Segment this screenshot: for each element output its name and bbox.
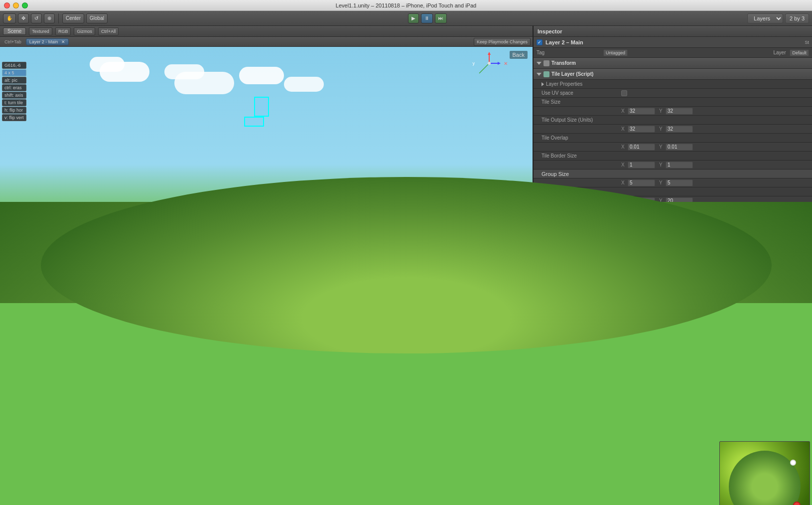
script-header[interactable]: Tile Layer (Script) — [534, 69, 812, 80]
inspector-content[interactable]: ✓ Layer 2 – Main St Tag Untagged Layer D… — [534, 37, 812, 505]
h-flip-tool[interactable]: h: flip hor — [2, 107, 26, 114]
selected-object-1[interactable] — [254, 97, 269, 117]
tile-bush-flowers[interactable] — [719, 441, 810, 505]
tile-output-xy: X Y — [621, 126, 693, 133]
group-size-x-input[interactable] — [628, 179, 655, 186]
layer2-btn[interactable]: Layer 2 - Main ✕ — [26, 38, 69, 45]
close-button[interactable] — [4, 2, 10, 8]
svg-marker-1 — [488, 52, 491, 55]
play-icon: ▶ — [411, 15, 415, 21]
layers-dropdown[interactable]: Layers — [747, 13, 783, 23]
inspector-panel: Inspector ✓ Layer 2 – Main St Tag Untagg… — [533, 26, 812, 505]
close-layer-icon[interactable]: ✕ — [61, 39, 65, 44]
layer2-label: Layer 2 - Main — [29, 39, 58, 44]
step-button[interactable]: ⏭ — [435, 13, 447, 23]
tile-output-y-input[interactable] — [666, 126, 693, 133]
page-indicator: 2 by 3 — [785, 13, 809, 23]
tile-size-x-field: X — [621, 108, 655, 115]
hand-tool-button[interactable]: ✋ — [3, 13, 16, 23]
tag-dropdown[interactable]: Untagged — [603, 49, 628, 56]
scene-tab[interactable]: Scene — [3, 27, 26, 35]
move-tool-button[interactable]: ✥ — [18, 13, 29, 23]
group-size-y-field: Y — [659, 179, 693, 186]
group-size-y-input[interactable] — [666, 179, 693, 186]
static-label: St — [805, 40, 809, 45]
pause-button[interactable]: ⏸ — [421, 13, 433, 23]
global-button[interactable]: Global — [86, 13, 108, 23]
layer-props-label[interactable]: Layer Properties — [546, 81, 626, 87]
pause-icon: ⏸ — [424, 15, 429, 21]
transform-header[interactable]: Transform — [534, 58, 812, 69]
x-label-5: X — [621, 180, 626, 185]
toolbar-sep-1 — [58, 13, 59, 23]
scale-icon: ⊕ — [47, 15, 51, 21]
x-label-3: X — [621, 144, 626, 150]
tile-border-xy: X Y — [621, 162, 693, 168]
tile-border-x-input[interactable] — [628, 162, 655, 168]
rotate-icon: ↺ — [34, 15, 38, 21]
size-tool[interactable]: 4 x 5 — [2, 69, 26, 76]
tile-palette — [534, 255, 812, 505]
cloud-6 — [284, 77, 324, 92]
tile-border-y-field: Y — [659, 162, 693, 168]
alt-pick-tool[interactable]: alt: pic — [2, 77, 26, 84]
close-gizmo-icon[interactable]: ✕ — [504, 61, 508, 66]
tile-output-y-field: Y — [659, 126, 693, 133]
textured-btn[interactable]: Textured — [29, 27, 52, 35]
tile-size-x-input[interactable] — [628, 108, 655, 115]
tile-overlap-x-input[interactable] — [628, 144, 655, 151]
tile-border-label: Tile Border Size — [541, 153, 621, 159]
tile-overlap-label-row: Tile Overlap — [534, 134, 812, 143]
play-button[interactable]: ▶ — [408, 13, 419, 23]
svg-marker-3 — [498, 62, 501, 65]
selected-object-2[interactable] — [244, 117, 264, 127]
tile-overlap-y-field: Y — [659, 144, 693, 151]
y-label-2: Y — [659, 126, 664, 132]
minimize-button[interactable] — [13, 2, 19, 8]
y-label-4: Y — [659, 162, 664, 168]
ctrl-erase-tool[interactable]: ctrl: eras — [2, 84, 26, 91]
gizmos-btn[interactable]: Gizmos — [74, 27, 95, 35]
group-size-label-row: Group Size — [534, 169, 812, 178]
use-uv-label: Use UV space — [541, 90, 621, 96]
script-icon — [543, 71, 549, 77]
tile-output-x-field: X — [621, 126, 655, 133]
tile-overlap-y-input[interactable] — [666, 144, 693, 151]
main-layout: Scene Textured RGB Gizmos Ctrl+All Ctrl+… — [0, 26, 812, 505]
object-name[interactable]: Layer 2 – Main — [545, 39, 583, 45]
group-size-x-field: X — [621, 179, 655, 186]
rgb-btn[interactable]: RGB — [55, 27, 71, 35]
layer-dropdown[interactable]: Default — [790, 49, 809, 56]
transform-icon — [543, 60, 549, 66]
rotate-tool-button[interactable]: ↺ — [31, 13, 42, 23]
tile-border-y-input[interactable] — [666, 162, 693, 168]
script-triangle-icon — [537, 73, 541, 76]
scale-tool-button[interactable]: ⊕ — [44, 13, 55, 23]
ctrl-all-btn[interactable]: Ctrl+All — [98, 27, 119, 35]
center-button[interactable]: Center — [62, 13, 84, 23]
tile-bush-terrain[interactable] — [536, 441, 626, 505]
use-uv-checkbox[interactable] — [621, 90, 627, 96]
object-header: ✓ Layer 2 – Main St — [534, 37, 812, 48]
window-controls[interactable] — [4, 2, 28, 8]
keep-playmode-btn[interactable]: Keep Playmode Changes — [474, 38, 531, 46]
turn-tile-tool[interactable]: t: turn tile — [2, 99, 26, 106]
shift-axis-tool[interactable]: shift: axis — [2, 92, 26, 99]
x-label-2: X — [621, 126, 626, 132]
tile-size-y-input[interactable] — [666, 108, 693, 115]
layer-label: Layer — [773, 50, 786, 55]
tool-palette: G616,-6 4 x 5 alt: pic ctrl: eras shift:… — [2, 62, 26, 121]
tile-output-row: Tile Output Size (Units) — [534, 116, 812, 125]
object-active-checkbox[interactable]: ✓ — [537, 39, 542, 45]
inspector-header: Inspector — [534, 26, 812, 37]
gizmo-svg — [477, 51, 502, 76]
y-label-5: Y — [659, 180, 664, 185]
tile-output-x-input[interactable] — [628, 126, 655, 133]
back-label: Back — [510, 51, 528, 59]
maximize-button[interactable] — [22, 2, 28, 8]
v-flip-tool[interactable]: v: flip vert — [2, 114, 26, 121]
cloud-4 — [164, 64, 204, 79]
flower-white — [790, 460, 796, 466]
title-bar: Level1.1.unity – 20110818 – iPhone, iPod… — [0, 0, 812, 11]
tag-label: Tag — [537, 50, 601, 55]
